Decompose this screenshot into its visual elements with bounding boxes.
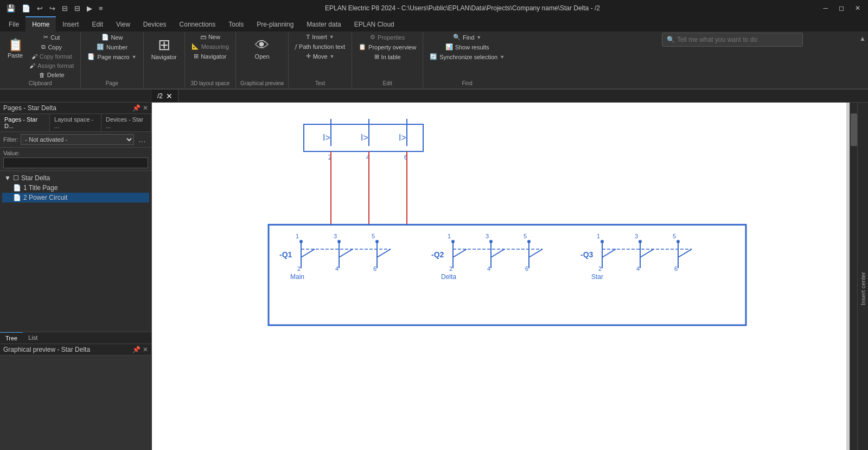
svg-text:1: 1 — [597, 233, 600, 239]
new-icon[interactable]: 📄 — [20, 3, 33, 14]
search-input[interactable] — [677, 36, 798, 43]
tab-masterdata[interactable]: Master data — [300, 16, 347, 31]
menu-icon[interactable]: ≡ — [97, 3, 105, 14]
window-controls[interactable]: ─ ◻ ✕ — [820, 3, 864, 13]
cut-button[interactable]: ✂ Cut — [27, 33, 76, 42]
right-insert-panel[interactable]: Insert center — [857, 103, 868, 450]
run-icon[interactable]: ▶ — [85, 3, 94, 14]
in-table-button[interactable]: ⊞ In table — [356, 52, 418, 61]
doc-tab-2[interactable]: /2 ✕ — [152, 90, 178, 102]
tab-devices[interactable]: Devices — [137, 16, 173, 31]
page-macro-button[interactable]: 📑 Page macro ▼ — [85, 52, 138, 61]
list-tab[interactable]: List — [23, 332, 43, 344]
graphical-close-icon[interactable]: ✕ — [143, 346, 148, 353]
text-items: T Insert ▼ 𝑓 Path function text ✛ Move ▼ — [293, 33, 347, 79]
tab-devices[interactable]: Devices - Star ... — [101, 114, 151, 131]
delete-button[interactable]: 🗑 Delete — [27, 71, 76, 79]
tab-home[interactable]: Home — [25, 16, 56, 31]
filter-options-button[interactable]: … — [136, 135, 148, 144]
property-overview-button[interactable]: 📋 Property overview — [356, 42, 418, 52]
tree-item-stardelta[interactable]: ▼ ☐ Star Delta — [2, 173, 149, 183]
tab-connections[interactable]: Connections — [173, 16, 222, 31]
ribbon-collapse[interactable]: ▲ — [857, 33, 868, 87]
ribbon-tabs: File Home Insert Edit View Devices Conne… — [0, 16, 868, 31]
clipboard-col: ✂ Cut ⧉ Copy 🖌 Copy format 🖌 Assign form… — [27, 33, 76, 79]
svg-point-39 — [451, 240, 455, 243]
assign-format-button[interactable]: 🖌 Assign format — [27, 61, 76, 70]
tab-file[interactable]: File — [2, 16, 25, 31]
tree-item-powercircuit[interactable]: 📄 2 Power Circuit — [2, 193, 149, 202]
svg-line-67 — [678, 249, 692, 257]
pages-panel-controls[interactable]: 📌 ✕ — [132, 104, 148, 112]
tab-preplanning[interactable]: Pre-planning — [250, 16, 300, 31]
svg-text:I>: I> — [361, 133, 368, 142]
move-text-button[interactable]: ✛ Move ▼ — [293, 52, 347, 61]
ribbon-search[interactable]: 🔍 — [662, 33, 803, 47]
paste-icon: 📋 — [8, 39, 23, 51]
canvas-area[interactable]: I> I> I> 2 4 6 1 3 5 — [152, 103, 857, 450]
properties-button[interactable]: ⚙ Properties — [356, 33, 418, 42]
new-page-button[interactable]: 📄 New — [85, 33, 138, 42]
measuring-button[interactable]: 📐 Measuring — [189, 42, 231, 51]
scrollbar-thumb[interactable] — [851, 113, 857, 146]
svg-text:4: 4 — [335, 265, 339, 272]
minimize-button[interactable]: ─ — [820, 3, 831, 13]
tab-tools[interactable]: Tools — [222, 16, 250, 31]
tab-edit[interactable]: Edit — [85, 16, 110, 31]
tab-view[interactable]: View — [110, 16, 137, 31]
svg-text:5: 5 — [673, 233, 676, 239]
copy-format-button[interactable]: 🖌 Copy format — [27, 52, 76, 61]
page-label: Page — [106, 79, 118, 87]
tab-layout[interactable]: Layout space - ... — [50, 114, 101, 131]
doc-tab-close[interactable]: ✕ — [166, 92, 173, 100]
save-icon[interactable]: 💾 — [4, 3, 17, 14]
graphical-panel-controls[interactable]: 📌 ✕ — [132, 346, 148, 353]
svg-text:2: 2 — [449, 265, 452, 272]
tab-pages[interactable]: Pages - Star D... — [0, 114, 50, 131]
quick-btn-2[interactable]: ⊟ — [72, 3, 82, 14]
copy-format-icon: 🖌 — [31, 53, 37, 60]
svg-line-25 — [377, 249, 391, 257]
svg-text:6: 6 — [373, 265, 376, 272]
paste-button[interactable]: 📋 Paste — [4, 33, 26, 65]
pin-icon[interactable]: 📌 — [132, 104, 141, 112]
preview-content — [0, 356, 152, 450]
number-button[interactable]: 🔢 Number — [85, 42, 138, 52]
navigator-3d-button[interactable]: ⊞ Navigator — [189, 52, 231, 61]
open-button[interactable]: 👁 Open — [251, 33, 273, 65]
navigator-group: ⊞ Navigator — [144, 33, 185, 87]
tree-tab[interactable]: Tree — [0, 332, 23, 344]
graphical-pin-icon[interactable]: 📌 — [132, 346, 141, 353]
new-3d-button[interactable]: 🗃 New — [189, 33, 231, 41]
restore-button[interactable]: ◻ — [835, 3, 847, 13]
close-button[interactable]: ✕ — [852, 3, 864, 13]
graphical-panel-header: Graphical preview - Star Delta 📌 ✕ — [0, 344, 151, 356]
svg-point-21 — [337, 240, 341, 243]
undo-icon[interactable]: ↩ — [35, 3, 45, 14]
text-label: Text — [315, 79, 325, 87]
svg-text:3: 3 — [486, 233, 489, 239]
value-input[interactable] — [3, 157, 148, 168]
tab-insert[interactable]: Insert — [56, 16, 85, 31]
quick-btn-1[interactable]: ⊟ — [60, 3, 70, 14]
vertical-scrollbar[interactable] — [850, 103, 857, 450]
svg-rect-13 — [269, 225, 746, 325]
in-table-icon: ⊞ — [374, 53, 379, 60]
copy-button[interactable]: ⧉ Copy — [27, 42, 76, 52]
insert-text-button[interactable]: T Insert ▼ — [293, 33, 347, 41]
panel-close-icon[interactable]: ✕ — [143, 104, 148, 112]
search-icon: 🔍 — [667, 36, 675, 43]
quick-access[interactable]: 💾 📄 ↩ ↪ ⊟ ⊟ ▶ ≡ — [4, 3, 105, 14]
redo-icon[interactable]: ↪ — [47, 3, 58, 14]
insert-center-label[interactable]: Insert center — [860, 272, 866, 305]
sync-selection-button[interactable]: 🔄 Synchronize selection ▼ — [427, 52, 507, 61]
new-3d-icon: 🗃 — [200, 34, 206, 40]
show-results-button[interactable]: 📊 Show results — [427, 42, 507, 52]
navigator-button[interactable]: ⊞ Navigator — [148, 33, 180, 65]
filter-select[interactable]: - Not activated - — [21, 134, 135, 145]
tree-item-titlepage[interactable]: 📄 1 Title Page — [2, 183, 149, 193]
tab-eplancloud[interactable]: EPLAN Cloud — [348, 16, 401, 31]
find-button[interactable]: 🔍 Find ▼ — [427, 33, 507, 42]
find-label: Find — [462, 79, 472, 87]
path-fn-button[interactable]: 𝑓 Path function text — [293, 42, 347, 51]
